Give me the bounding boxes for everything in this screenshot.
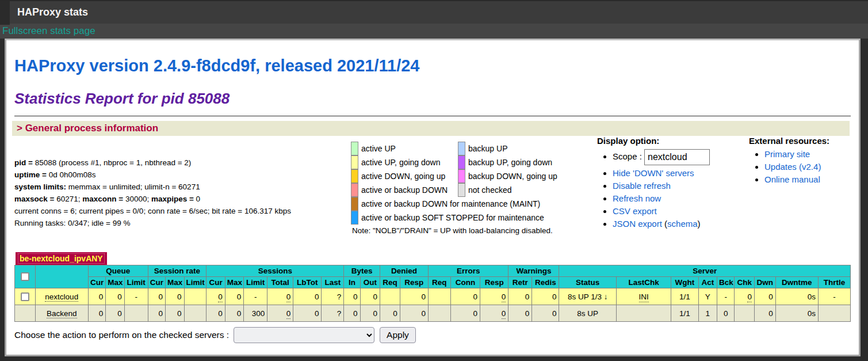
col-header: Chk bbox=[735, 277, 755, 288]
cell: 0 bbox=[148, 305, 165, 322]
json-schema-link[interactable]: schema bbox=[667, 219, 698, 229]
cell: 0s bbox=[775, 288, 818, 305]
cell: ? bbox=[322, 288, 344, 305]
col-header: Resp bbox=[400, 277, 428, 288]
cell: 0 bbox=[225, 305, 243, 322]
cell: 0 bbox=[754, 305, 775, 322]
window-title: HAProxy stats bbox=[17, 6, 88, 18]
select-all-checkbox[interactable] bbox=[21, 272, 29, 281]
cell: 0 bbox=[344, 305, 360, 322]
haproxy-version-link[interactable]: HAProxy version 2.4.9-f8dcd9f, released … bbox=[14, 56, 419, 75]
col-header: Last bbox=[322, 277, 344, 288]
uptime-value: 0d 0h00m08s bbox=[49, 170, 96, 179]
cell: 0 bbox=[754, 288, 775, 305]
col-header: Wght bbox=[671, 277, 698, 288]
maxconn-value: 30000; bbox=[125, 195, 151, 203]
cell: 0 bbox=[480, 305, 508, 322]
tooltip-value: 0 bbox=[747, 292, 752, 302]
scope-input[interactable] bbox=[644, 149, 710, 165]
col-header: Cur bbox=[88, 277, 105, 288]
refresh-now-link[interactable]: Refresh now bbox=[613, 193, 661, 203]
cell: - bbox=[124, 288, 148, 305]
col-header: LbTot bbox=[293, 277, 322, 288]
system-limits-label: system limits: bbox=[14, 183, 66, 191]
cell: 0 bbox=[360, 288, 380, 305]
maxpipes-label: maxpipes = bbox=[151, 195, 196, 203]
process-info-line: system limits: memmax = unlimited; ulimi… bbox=[14, 181, 291, 193]
external-resources-heading: External resources: bbox=[749, 136, 829, 146]
cell: 0 bbox=[148, 288, 165, 305]
json-export-link[interactable]: JSON export bbox=[613, 219, 662, 229]
cell: 0 bbox=[225, 288, 243, 305]
server-row-nextcloud: nextcloud 0 0 - 0 0 0 0 - 0 0 ? 0 0 0 bbox=[15, 288, 851, 305]
cell: ? bbox=[322, 305, 344, 322]
cell: 0 bbox=[532, 305, 559, 322]
cell bbox=[735, 305, 755, 322]
lastchk-cell bbox=[617, 305, 671, 322]
process-info-line: maxsock = 60271; maxconn = 30000; maxpip… bbox=[14, 193, 291, 205]
action-select[interactable] bbox=[234, 327, 374, 343]
tooltip-value: 0 bbox=[286, 309, 291, 319]
col-header: Cur bbox=[148, 277, 165, 288]
col-header: Max bbox=[225, 277, 243, 288]
hide-down-servers-link[interactable]: Hide 'DOWN' servers bbox=[613, 168, 694, 178]
legend-note: Note: "NOLB"/"DRAIN" = UP with load-bala… bbox=[352, 226, 557, 235]
legend-row: active DOWN, going up backup DOWN, going… bbox=[351, 169, 557, 183]
cell: 0 bbox=[735, 288, 755, 305]
apply-button[interactable]: Apply bbox=[380, 327, 416, 343]
legend-label: active UP, going down bbox=[361, 158, 441, 167]
col-header: Dwntme bbox=[775, 277, 818, 288]
col-header: Dwn bbox=[754, 277, 775, 288]
backend-row: Backend 0 0 0 0 0 0 300 0 0 ? 0 0 0 0 bbox=[15, 305, 851, 322]
active-up-going-down-swatch bbox=[351, 155, 358, 169]
updates-link[interactable]: Updates (v2.4) bbox=[764, 162, 821, 172]
server-link-nextcloud[interactable]: nextcloud bbox=[45, 292, 78, 302]
cell: 0 bbox=[88, 305, 105, 322]
backup-up-swatch bbox=[458, 142, 465, 155]
group-errors: Errors bbox=[428, 265, 508, 277]
cell bbox=[380, 288, 400, 305]
col-header: Retr bbox=[508, 277, 532, 288]
cell: 0 bbox=[166, 305, 184, 322]
table-column-header-row: Cur Max Limit Cur Max Limit Cur Max Limi… bbox=[15, 277, 851, 288]
section-general-process-info: > General process information bbox=[12, 121, 850, 136]
online-manual-link[interactable]: Online manual bbox=[764, 174, 820, 184]
group-denied: Denied bbox=[380, 265, 429, 277]
uptime-label: uptime = bbox=[14, 170, 49, 179]
pid-label: pid = bbox=[14, 158, 35, 167]
not-checked-swatch bbox=[458, 183, 465, 197]
cell bbox=[428, 305, 450, 322]
maxsock-value: 60271; bbox=[56, 195, 82, 203]
tooltip-value: INI bbox=[639, 292, 649, 302]
status-cell: 8s UP 1/3 ↓ bbox=[559, 288, 617, 305]
maxconn-label: maxconn = bbox=[82, 195, 125, 203]
stats-frame: HAProxy version 2.4.9-f8dcd9f, released … bbox=[5, 39, 861, 356]
json-paren: ( bbox=[662, 219, 667, 229]
group-sessions: Sessions bbox=[207, 265, 344, 277]
cell bbox=[428, 288, 450, 305]
system-limits-value: memmax = unlimited; ulimit-n = 60271 bbox=[66, 183, 200, 191]
fullscreen-stats-link[interactable]: Fullscreen stats page bbox=[2, 25, 95, 37]
active-or-backup-down-swatch bbox=[351, 183, 358, 197]
cell: Y bbox=[698, 288, 717, 305]
backend-stats-section: be-nextcloud_ipvANY Queue Session ra bbox=[14, 252, 851, 322]
display-options: Display option: Scope : Hide 'DOWN' serv… bbox=[597, 136, 710, 231]
display-option-heading: Display option: bbox=[597, 136, 710, 146]
lastchk-cell: INI bbox=[617, 288, 671, 305]
col-header: In bbox=[344, 277, 360, 288]
backend-link[interactable]: Backend bbox=[47, 309, 77, 318]
disable-refresh-link[interactable]: Disable refresh bbox=[613, 181, 671, 191]
process-info-line: pid = 85088 (process #1, nbproc = 1, nbt… bbox=[14, 157, 291, 169]
json-export-item: JSON export (schema) bbox=[613, 219, 710, 229]
csv-export-link[interactable]: CSV export bbox=[613, 206, 657, 216]
legend-label: active UP bbox=[361, 144, 396, 153]
col-header: Conn bbox=[450, 277, 480, 288]
scope-row: Scope : bbox=[613, 149, 710, 165]
server-checkbox-nextcloud[interactable] bbox=[21, 292, 29, 301]
col-header: Req bbox=[380, 277, 400, 288]
cell: 0 bbox=[480, 288, 508, 305]
hide-down-servers-item: Hide 'DOWN' servers bbox=[613, 168, 710, 178]
proxy-name-link[interactable]: be-nextcloud_ipvANY bbox=[18, 253, 105, 264]
server-name-cell: nextcloud bbox=[35, 288, 88, 305]
primary-site-link[interactable]: Primary site bbox=[764, 149, 810, 159]
